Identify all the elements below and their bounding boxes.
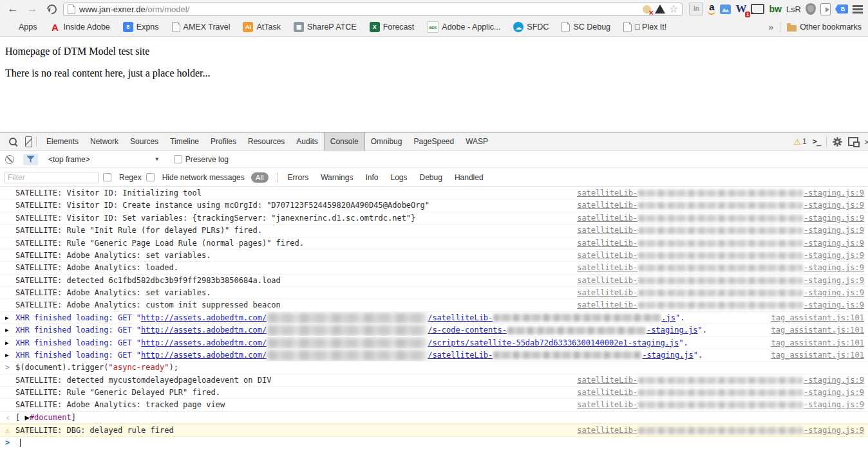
- tab-omnibug[interactable]: Omnibug: [365, 133, 408, 151]
- filter-level-debug[interactable]: Debug: [418, 173, 444, 182]
- source-link[interactable]: satelliteLib--staging.js:9: [577, 187, 864, 199]
- inspect-element-button[interactable]: [5, 133, 21, 151]
- console-warning-count[interactable]: ⚠1: [793, 137, 806, 147]
- source-link[interactable]: tag_assistant.js:101: [771, 337, 865, 349]
- lsr-extension-icon[interactable]: LsR: [786, 2, 801, 16]
- devtools-tabs: ElementsNetworkSourcesTimelineProfilesRe…: [41, 133, 494, 151]
- bookmark-forecast[interactable]: XForecast: [370, 22, 415, 32]
- filter-level-logs[interactable]: Logs: [388, 173, 409, 182]
- source-link[interactable]: satelliteLib--staging.js:9: [577, 287, 864, 298]
- preserve-log-checkbox[interactable]: [174, 155, 182, 163]
- clipper-extension-icon[interactable]: [820, 3, 831, 15]
- source-link[interactable]: satelliteLib--staging.js:9: [577, 399, 864, 410]
- bookmarks-overflow-chevron[interactable]: »: [768, 22, 773, 32]
- source-link[interactable]: tag_assistant.js:101: [771, 324, 865, 336]
- expand-triangle-icon[interactable]: ▶: [5, 324, 15, 336]
- source-link[interactable]: satelliteLib--staging.js:9: [577, 212, 864, 224]
- chevron-down-icon[interactable]: ▼: [155, 156, 160, 162]
- source-link[interactable]: satelliteLib--staging.js:9: [577, 387, 864, 398]
- clear-console-icon[interactable]: [5, 155, 14, 164]
- prism-extension-icon[interactable]: [655, 5, 665, 14]
- bookmark-sharep-atce[interactable]: ▣ShareP ATCE: [294, 22, 357, 32]
- bw-extension-icon[interactable]: bw: [769, 2, 781, 16]
- console-output[interactable]: SATELLITE: Visitor ID: Initializing tool…: [0, 187, 868, 449]
- filter-input[interactable]: [5, 172, 99, 183]
- expand-triangle-icon[interactable]: ▶: [5, 312, 15, 324]
- page-paragraph: There is no real content here, just a pl…: [5, 68, 863, 79]
- tag-assistant-extension-icon[interactable]: B: [835, 5, 848, 14]
- bookmark-attask[interactable]: AtAtTask: [243, 22, 281, 32]
- tab-timeline[interactable]: Timeline: [164, 133, 205, 151]
- source-link[interactable]: satelliteLib--staging.js:9: [577, 250, 864, 261]
- url-text[interactable]: www.jan-exner.de/orm/model/: [79, 5, 639, 14]
- tab-resources[interactable]: Resources: [242, 133, 290, 151]
- bookmark-sfdc[interactable]: ☁SFDC: [513, 22, 549, 32]
- hide-network-checkbox[interactable]: [146, 173, 155, 181]
- address-bar[interactable]: www.jan-exner.de/orm/model/ ☆: [63, 3, 683, 16]
- back-button[interactable]: ←: [5, 1, 21, 17]
- bookmark-inside-adobe[interactable]: AInside Adobe: [50, 22, 110, 32]
- source-link[interactable]: satelliteLib--staging.js:9: [577, 262, 864, 273]
- source-link[interactable]: tag_assistant.js:101: [771, 312, 865, 324]
- bookmark-adobe-applic[interactable]: askAdobe - Applic...: [427, 21, 500, 33]
- console-row: SATELLITE: Rule "Init Rule (for delayed …: [0, 225, 868, 237]
- source-link[interactable]: satelliteLib--staging.js:9: [577, 237, 864, 249]
- bookmark-star-icon[interactable]: ☆: [669, 4, 678, 14]
- tab-audits[interactable]: Audits: [290, 133, 323, 151]
- console-drawer-icon[interactable]: >_: [813, 137, 820, 146]
- url-host: www.jan-exner.de: [79, 5, 146, 14]
- chrome-menu-icon[interactable]: [853, 5, 863, 7]
- bookmark-sc-debug[interactable]: SC Debug: [561, 22, 610, 32]
- tab-wasp[interactable]: WASP: [460, 133, 494, 151]
- tab-sources[interactable]: Sources: [124, 133, 164, 151]
- dock-side-icon[interactable]: [848, 137, 858, 146]
- tab-console[interactable]: Console: [324, 133, 365, 151]
- photos-extension-icon[interactable]: [720, 5, 731, 14]
- settings-gear-icon[interactable]: [833, 137, 842, 147]
- source-link[interactable]: satelliteLib--staging.js:9: [577, 425, 864, 436]
- message-text: SATELLITE: Adobe Analytics: set variable…: [15, 251, 211, 260]
- bookmark-plex-it[interactable]: □ Plex It!: [623, 22, 666, 32]
- tab-pagespeed[interactable]: PageSpeed: [408, 133, 460, 151]
- tab-profiles[interactable]: Profiles: [205, 133, 242, 151]
- filter-level-warnings[interactable]: Warnings: [319, 173, 355, 182]
- linkedin-extension-icon[interactable]: In: [689, 3, 703, 15]
- bookmark-amex-travel[interactable]: AMEX Travel: [172, 22, 231, 32]
- filter-level-all[interactable]: All: [251, 172, 269, 183]
- source-link[interactable]: tag_assistant.js:101: [771, 349, 865, 361]
- frame-selector[interactable]: <top frame>: [48, 155, 90, 164]
- other-bookmarks-button[interactable]: Other bookmarks: [787, 23, 862, 32]
- console-row: SATELLITE: Rule "Generic Page Load Rule …: [0, 237, 868, 250]
- regex-checkbox[interactable]: [103, 173, 111, 181]
- console-message: XHR finished loading: GET "http://assets…: [15, 312, 771, 324]
- wapo-extension-icon[interactable]: W1: [735, 2, 746, 16]
- blurred-text: [267, 350, 427, 361]
- source-link[interactable]: satelliteLib--staging.js:9: [577, 275, 864, 286]
- filter-level-errors[interactable]: Errors: [286, 173, 311, 182]
- device-mode-button[interactable]: [21, 133, 36, 151]
- bookmark-apps[interactable]: Apps: [6, 23, 37, 32]
- source-link[interactable]: satelliteLib--staging.js:9: [577, 374, 864, 386]
- expand-triangle-icon[interactable]: ▶: [5, 349, 15, 361]
- tab-network[interactable]: Network: [84, 133, 124, 151]
- reload-button[interactable]: [44, 1, 59, 17]
- cast-extension-icon[interactable]: [751, 4, 764, 14]
- console-row: ▶XHR finished loading: GET "http://asset…: [0, 349, 868, 362]
- source-link[interactable]: satelliteLib--staging.js:9: [577, 225, 864, 236]
- shield-extension-icon[interactable]: [806, 3, 816, 15]
- forward-button[interactable]: →: [24, 1, 40, 17]
- close-devtools-icon[interactable]: ×: [864, 136, 868, 147]
- console-row: SATELLITE: detected mycustomdelayedpagel…: [0, 374, 868, 387]
- filter-funnel-button[interactable]: [23, 154, 38, 165]
- cookie-blocked-icon[interactable]: [643, 5, 651, 14]
- expand-triangle-icon[interactable]: ▶: [5, 337, 15, 349]
- source-link[interactable]: satelliteLib--staging.js:9: [577, 199, 864, 211]
- console-message: SATELLITE: Adobe Analytics: tracked page…: [15, 399, 577, 410]
- filter-level-handled[interactable]: Handled: [453, 173, 486, 182]
- tab-elements[interactable]: Elements: [41, 133, 84, 151]
- other-bookmarks-label: Other bookmarks: [800, 23, 862, 32]
- filter-level-info[interactable]: Info: [363, 173, 380, 182]
- source-link[interactable]: satelliteLib--staging.js:9: [577, 299, 864, 311]
- bookmark-expns[interactable]: 8Expns: [123, 22, 159, 32]
- amazon-extension-icon[interactable]: a: [708, 2, 715, 16]
